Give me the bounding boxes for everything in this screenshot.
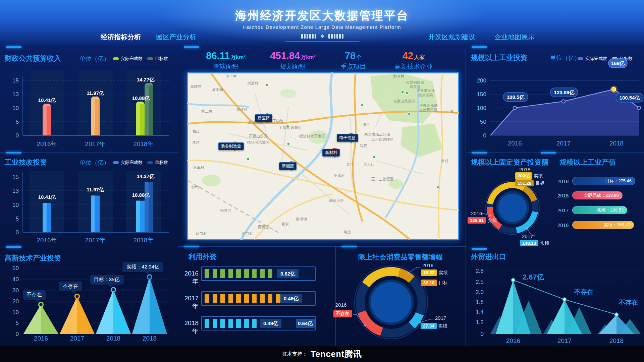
- map-place-label: 赵口村: [196, 232, 207, 236]
- actual-value-label: 10.41亿: [38, 97, 56, 103]
- y-tick-label: 20: [12, 298, 19, 305]
- map-marker-label[interactable]: 新材料: [322, 149, 340, 157]
- map-marker-label[interactable]: 装备制造业: [218, 142, 244, 150]
- stat-value: 42: [402, 50, 413, 61]
- dashboard-app: 海州经济开发区大数据管理平台 Haizhou Development Zone …: [0, 0, 644, 362]
- line-dot: [637, 106, 641, 110]
- stat-label: 重点项目: [340, 62, 366, 71]
- triangle-tooltip: 目标：35亿: [90, 275, 124, 285]
- output-value-bar: 实际完成：218.98: [572, 191, 623, 199]
- nav-tab-1[interactable]: 经济指标分析: [101, 33, 141, 42]
- x-axis-label: 2018: [609, 337, 624, 344]
- peak-dot: [512, 279, 515, 282]
- chart-fiscal-budget: 1513105010.41亿2016年11.97亿2017年14.27亿10.8…: [0, 47, 178, 153]
- actual-bar-highlight: [91, 195, 95, 232]
- nav-tab-4[interactable]: 企业地图展示: [494, 33, 535, 42]
- callout-value-row: 不存在: [333, 310, 352, 317]
- y-tick-label: 200: [477, 77, 486, 84]
- output-value-bar: 实绩：269.42: [572, 221, 634, 229]
- map-place-label: 下丁村: [225, 74, 236, 79]
- foreign-bar-segment: [268, 269, 272, 278]
- y-tick-label: 30: [12, 287, 19, 294]
- triangle-bar-highlight: [23, 305, 41, 334]
- page-title: 海州经济开发区大数据管理平台: [0, 8, 644, 23]
- x-axis-label: 2018年: [133, 140, 154, 147]
- stat-value: 86.11: [206, 50, 230, 61]
- actual-value-label: 10.41亿: [38, 194, 56, 200]
- map-place-label: 花果山风景区: [393, 99, 415, 104]
- map-marker-label[interactable]: 新能源: [279, 162, 297, 170]
- actual-bar-highlight: [43, 106, 47, 135]
- callout-value-row: 27.34实绩: [421, 323, 447, 329]
- highlight-dot: [612, 87, 616, 91]
- map-marker-label[interactable]: 新医药: [255, 114, 272, 122]
- callout-year: 2016: [471, 210, 482, 216]
- page-subtitle: Haizhou Development Zone Large Data Mana…: [0, 24, 644, 30]
- y-tick-label: 5: [16, 216, 19, 222]
- callout-year: 2017: [435, 315, 446, 321]
- triangle-bar-highlight: [60, 296, 77, 334]
- point-chip-label: 123.89亿: [554, 89, 575, 95]
- triangle-tooltip: 不存在: [59, 282, 82, 291]
- actual-bar-highlight: [91, 99, 95, 135]
- map-marker-label[interactable]: 电子信息: [337, 134, 358, 142]
- panel-accent-dash: [184, 246, 199, 247]
- main-triangle-highlight: [547, 300, 565, 334]
- target-value-label: 14.27亿: [137, 77, 155, 82]
- poi-dot: [401, 90, 404, 93]
- foreign-bar-track[interactable]: 0.62亿: [201, 266, 316, 281]
- actual-bar-highlight: [136, 201, 140, 232]
- callout-year: 2016: [335, 302, 346, 308]
- city-map[interactable]: 下丁村刘巷村大浦村云龙涧旅游 风景区新建村浦南镇连云港职业 技术学院花果山风景区…: [187, 72, 459, 240]
- x-axis-label: 2016: [506, 337, 520, 344]
- y-tick-label: 100: [477, 105, 486, 111]
- foreign-bar-segment: [236, 319, 241, 328]
- callout-value-chip: 138.91: [468, 217, 486, 224]
- foreign-bar-track[interactable]: 0.49亿0.64亿: [201, 316, 316, 330]
- point-chip-label: 100.5亿: [507, 94, 525, 100]
- nav-tab-3[interactable]: 开发区规划建设: [428, 33, 475, 42]
- target-value-label: 14.27亿: [137, 173, 155, 179]
- line-dot: [562, 100, 565, 103]
- foreign-bar-segment: [276, 294, 280, 303]
- actual-value-label: 10.88亿: [132, 95, 150, 101]
- stat-高新技术企业: 42人家高新技术企业: [394, 50, 433, 71]
- callout-suffix: 实绩: [534, 173, 543, 179]
- callout-value-row: 32.18目标: [421, 280, 448, 286]
- map-place-label: 新好村: [236, 108, 248, 112]
- point-chip-label: 168亿: [611, 60, 625, 66]
- map-place-label: 黄圩: [346, 162, 354, 167]
- donut-inner-disc: [370, 281, 413, 324]
- callout-value-row: 19.22实绩: [421, 269, 448, 276]
- output-year-label: 2016: [557, 222, 569, 228]
- y-tick-label: 50: [480, 119, 486, 125]
- callout-suffix: 目标: [535, 180, 544, 186]
- map-place-label: 普安: [281, 222, 289, 227]
- map-place-label: 美人庄: [364, 162, 375, 167]
- footer: 技术支持： Tencent腾讯: [0, 346, 644, 362]
- stat-value-line: 86.11万km²: [206, 50, 245, 61]
- map-place-label: 张湾乡: [220, 208, 231, 213]
- y-tick-label: 0: [483, 132, 486, 139]
- foreign-bar-segment: [228, 269, 233, 278]
- foreign-bar-segment: [260, 269, 265, 278]
- callout-suffix: 实绩: [438, 323, 447, 329]
- decoration-bars-right: [328, 34, 343, 39]
- nav-tab-2[interactable]: 园区产业分析: [156, 33, 196, 42]
- actual-bar-highlight: [136, 104, 140, 135]
- chart-trade-triangles: 2.82.52.01.81.41.20201620172018: [466, 250, 644, 350]
- stat-unit: 个: [356, 54, 362, 60]
- callout-suffix: 目标: [439, 280, 448, 286]
- panel-top-line: [178, 246, 335, 247]
- map-place-label: 连云港职业 技术学院: [417, 89, 435, 98]
- panel-accent-dash: [184, 46, 199, 48]
- map-place-label: 冯庄: [360, 144, 367, 148]
- callout-dot: [526, 227, 528, 229]
- y-tick-label: 15: [12, 77, 19, 84]
- foreign-value-chip: 0.49亿: [260, 319, 281, 328]
- y-tick-label: 15: [12, 174, 19, 180]
- foreign-bar-segment: [268, 294, 272, 303]
- map-place-label: 西樊庄: [258, 225, 269, 230]
- foreign-bar-track[interactable]: 0.46亿: [201, 291, 316, 306]
- panel-title-foreign: 利用外资: [189, 252, 217, 261]
